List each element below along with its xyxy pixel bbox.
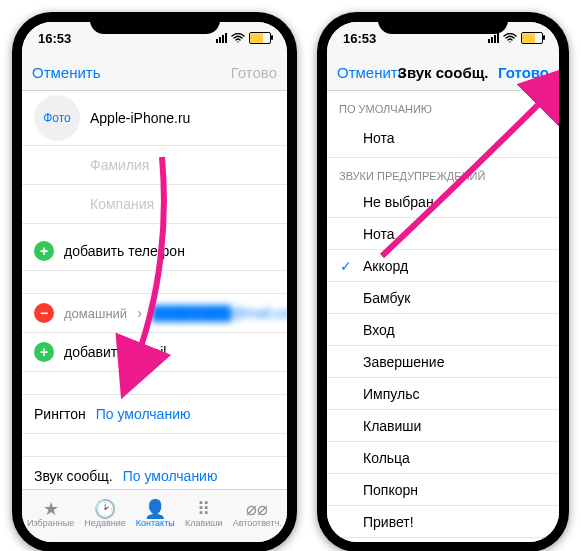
list-item[interactable]: Бамбук [327, 282, 559, 314]
screen-right: 16:53 Отменить Звук сообщ. Готово ПО УМО… [327, 22, 559, 542]
done-button[interactable]: Готово [231, 64, 277, 81]
company-field[interactable]: Компания [90, 196, 154, 212]
list-item[interactable]: Нота [327, 119, 559, 158]
plus-icon: + [34, 342, 54, 362]
clock-icon: 🕑 [94, 500, 116, 518]
plus-icon: + [34, 241, 54, 261]
email-value: ████████@mail.com [152, 305, 287, 321]
list-item[interactable]: Вход [327, 314, 559, 346]
status-time: 16:53 [38, 31, 71, 46]
list-item[interactable]: Кольца [327, 442, 559, 474]
screen-left: 16:53 Отменить Готово Фото Apple-iPhone.… [22, 22, 287, 542]
notch [90, 12, 220, 34]
phone-right: 16:53 Отменить Звук сообщ. Готово ПО УМО… [317, 12, 569, 551]
tab-keypad[interactable]: ⠿Клавиши [185, 500, 223, 528]
list-item[interactable]: Клавиши [327, 410, 559, 442]
list-item[interactable]: ✓Аккорд [327, 250, 559, 282]
ringtone-row[interactable]: Рингтон По умолчанию [22, 395, 287, 434]
nav-bar: Отменить Готово [22, 54, 287, 91]
sound-label: Клавиши [363, 418, 421, 434]
list-item[interactable]: Попкорн [327, 474, 559, 506]
status-right [216, 31, 271, 46]
cancel-button[interactable]: Отменить [337, 64, 406, 81]
wifi-icon [503, 31, 517, 46]
sound-label: Не выбран [363, 194, 434, 210]
tab-voicemail[interactable]: ⌀⌀Автоответч. [233, 500, 282, 528]
add-phone-row[interactable]: + добавить телефон [22, 232, 287, 271]
battery-icon [249, 32, 271, 44]
cancel-button[interactable]: Отменить [32, 64, 101, 81]
minus-icon: − [34, 303, 54, 323]
sound-label: Привет! [363, 514, 414, 530]
sound-label: Кольца [363, 450, 410, 466]
tab-favorites[interactable]: ★Избранные [27, 500, 74, 528]
section-alerts: ЗВУКИ ПРЕДУПРЕЖДЕНИЙ [327, 158, 559, 186]
add-email-row[interactable]: + добавить e-mail [22, 333, 287, 372]
list-item[interactable]: Завершение [327, 346, 559, 378]
list-item[interactable]: Синтезатор [327, 538, 559, 542]
sound-label: Завершение [363, 354, 444, 370]
photo-button[interactable]: Фото [34, 95, 80, 141]
nav-bar: Отменить Звук сообщ. Готово [327, 54, 559, 91]
list-item[interactable]: Не выбран [327, 186, 559, 218]
sound-label: Импульс [363, 386, 419, 402]
sound-label: Попкорн [363, 482, 418, 498]
check-icon: ✓ [339, 258, 353, 274]
tab-bar: ★Избранные 🕑Недавние 👤Контакты ⠿Клавиши … [22, 489, 287, 542]
last-name-field[interactable]: Фамилия [90, 157, 149, 173]
signal-icon [488, 33, 499, 43]
notch [378, 12, 508, 34]
section-default: ПО УМОЛЧАНИЮ [327, 91, 559, 119]
sound-label: Аккорд [363, 258, 408, 274]
first-name-field[interactable]: Apple-iPhone.ru [90, 110, 190, 126]
status-time: 16:53 [343, 31, 376, 46]
done-button[interactable]: Готово [498, 64, 549, 81]
tab-contacts[interactable]: 👤Контакты [136, 500, 175, 528]
voicemail-icon: ⌀⌀ [246, 500, 268, 518]
keypad-icon: ⠿ [197, 500, 210, 518]
sound-label: Вход [363, 322, 395, 338]
sound-label: Бамбук [363, 290, 410, 306]
star-icon: ★ [43, 500, 59, 518]
wifi-icon [231, 31, 245, 46]
signal-icon [216, 33, 227, 43]
person-icon: 👤 [144, 500, 166, 518]
sound-list: ПО УМОЛЧАНИЮ Нота ЗВУКИ ПРЕДУПРЕЖДЕНИЙ Н… [327, 91, 559, 542]
battery-icon [521, 32, 543, 44]
list-item[interactable]: Нота [327, 218, 559, 250]
phone-left: 16:53 Отменить Готово Фото Apple-iPhone.… [12, 12, 297, 551]
list-item[interactable]: Привет! [327, 506, 559, 538]
edit-contact-form: Фото Apple-iPhone.ru Фамилия Компания + … [22, 91, 287, 495]
tab-recents[interactable]: 🕑Недавние [84, 500, 125, 528]
email-row[interactable]: − домашний › ████████@mail.com [22, 294, 287, 333]
sound-label: Нота [363, 226, 395, 242]
list-item[interactable]: Импульс [327, 378, 559, 410]
